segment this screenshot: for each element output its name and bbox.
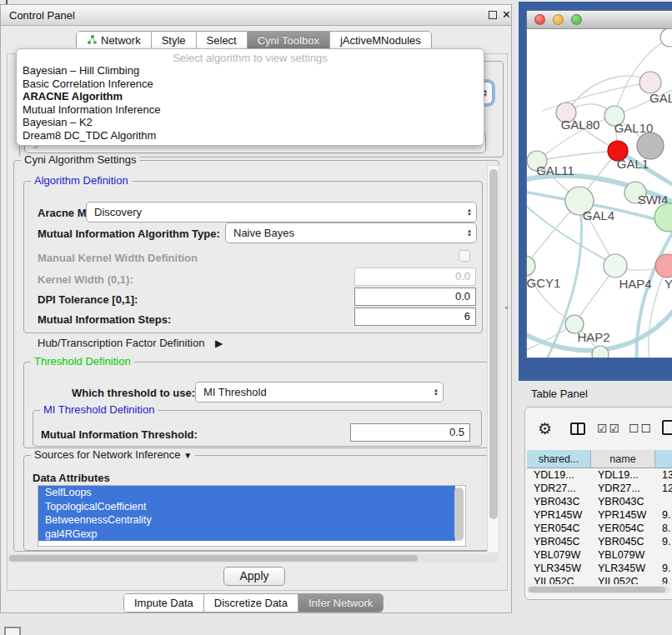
network-edge[interactable] — [566, 76, 650, 112]
manual-kernel-width-checkbox[interactable] — [459, 250, 470, 262]
node-gcy1[interactable] — [527, 256, 535, 276]
minimize-traffic-light[interactable] — [553, 14, 564, 25]
settings-vscrollbar-thumb[interactable] — [489, 169, 498, 519]
close-icon[interactable]: ✕ — [502, 8, 511, 21]
network-canvas[interactable]: GALGAL80GAL10GAL1GAL11SWI4GAL4GCY1HAP4YH… — [527, 29, 672, 358]
table-row[interactable]: YLR345WYLR345W9. — [527, 562, 672, 575]
settings-hscrollbar-thumb[interactable] — [9, 555, 418, 562]
panel-divider-grip[interactable]: ◄ — [504, 305, 509, 310]
table-cell: YLR345W — [591, 562, 655, 575]
tab-cyni-toolbox[interactable]: Cyni Toolbox — [247, 32, 329, 49]
table-body: YDL19...YDL19...13YDR27...YDR27...12YBR0… — [527, 468, 672, 584]
node-label: Y — [664, 277, 672, 291]
data-attribute-item[interactable]: SelfLoops — [38, 486, 455, 500]
tab-label: Discretize Data — [214, 597, 288, 609]
network-edge[interactable] — [537, 151, 618, 161]
table-row[interactable]: YDR27...YDR27...12 — [527, 482, 672, 495]
table-cell: YDL19... — [591, 468, 655, 482]
table-hscrollbar-track[interactable] — [527, 586, 670, 593]
kernel-width-field[interactable]: 0.0 — [354, 268, 476, 286]
data-attribute-item[interactable]: TopologicalCoefficient — [38, 500, 455, 514]
algorithm-option[interactable]: Basic Correlation Inference — [17, 78, 484, 91]
column-header-partial[interactable] — [655, 450, 672, 468]
column-header-name[interactable]: name — [591, 450, 655, 468]
table-cell: YDR27... — [527, 482, 591, 495]
table-row[interactable]: YPR145WYPR145W9. — [527, 508, 672, 522]
table-cell: YBL079W — [591, 548, 655, 562]
popup-placeholder: Select algorithm to view settings — [17, 49, 484, 64]
node-green-right[interactable] — [654, 203, 672, 232]
network-window-titlebar[interactable] — [527, 11, 672, 29]
settings-vscrollbar-track[interactable] — [487, 165, 499, 553]
mi-algorithm-type-label: Mutual Information Algorithm Type: — [38, 228, 220, 240]
tab-style[interactable]: Style — [151, 32, 196, 49]
table-cell: YIL052C — [591, 575, 655, 584]
network-edge[interactable] — [527, 266, 574, 324]
data-attributes-list[interactable]: SelfLoopsTopologicalCoefficientBetweenne… — [38, 485, 466, 547]
dpi-tolerance-field[interactable]: 0.0 — [354, 288, 476, 306]
table-row[interactable]: YIL052CYIL052C9. — [527, 575, 672, 584]
tab-network[interactable]: Network — [77, 32, 151, 49]
aracne-mode-combo[interactable]: Discovery ▲▼ — [86, 202, 477, 222]
deselect-all-icon[interactable]: ☐☐ — [629, 422, 653, 435]
tab-label: Impute Data — [134, 597, 193, 609]
table-row[interactable]: YBR045CYBR045C9. — [527, 535, 672, 548]
kernel-width-label: Kernel Width (0,1): — [38, 273, 133, 286]
table-cell: YER054C — [591, 522, 655, 535]
table-row[interactable]: YER054CYER054C8. — [527, 522, 672, 535]
node-label: GAL80 — [561, 118, 600, 132]
gear-icon[interactable]: ⚙ — [538, 419, 552, 438]
mi-steps-field[interactable]: 6 — [354, 308, 476, 326]
which-threshold-combo[interactable]: MI Threshold ▲▼ — [195, 382, 444, 402]
tab-infer-network[interactable]: Infer Network — [298, 594, 383, 612]
node-hap4[interactable] — [604, 254, 627, 278]
algorithm-option[interactable]: Mutual Information Inference — [17, 103, 484, 117]
tab-select[interactable]: Select — [196, 32, 247, 49]
column-header-shared...[interactable]: shared... — [527, 450, 591, 468]
table-cell: 9. — [655, 562, 672, 575]
mi-threshold-field[interactable]: 0.5 — [350, 423, 470, 442]
table-row[interactable]: YBL079WYBL079W — [527, 548, 672, 562]
algorithm-option[interactable]: ARACNE Algorithm — [17, 90, 484, 103]
hub-definition-toggle[interactable]: Hub/Transcription Factor Definition ▶ — [38, 337, 223, 349]
network-view-window[interactable]: GALGAL80GAL10GAL1GAL11SWI4GAL4GCY1HAP4YH… — [526, 10, 672, 358]
algorithm-option[interactable]: Bayesian – K2 — [17, 116, 484, 129]
table-cell: YPR145W — [527, 508, 591, 522]
tab-impute-data[interactable]: Impute Data — [124, 594, 203, 612]
algorithm-option[interactable]: Dream8 DC_TDC Algorithm — [17, 129, 484, 142]
floating-grip-box[interactable] — [4, 627, 21, 635]
split-columns-icon[interactable] — [570, 422, 585, 435]
tab-label: Style — [162, 34, 186, 47]
screen: Control Panel ✕ NetworkStyleSelectCyni T… — [0, 0, 672, 635]
table-hscrollbar-thumb[interactable] — [529, 587, 665, 592]
sources-group-title[interactable]: Sources for Network Inference ▼ — [31, 448, 195, 461]
algorithm-option[interactable]: Bayesian – Hill Climbing — [17, 64, 484, 78]
tab-label: Select — [207, 34, 237, 47]
tab-jactivemnodules[interactable]: jActiveMNodules — [329, 32, 431, 49]
settings-hscrollbar-track[interactable] — [8, 554, 499, 562]
mi-threshold-label: Mutual Information Threshold: — [41, 428, 198, 441]
data-attribute-item[interactable]: BetweennessCentrality — [38, 513, 455, 528]
table-row[interactable]: YDL19...YDL19...13 — [527, 468, 672, 482]
cyni-algorithm-settings-title: Cyni Algorithm Settings — [21, 153, 139, 166]
node-gray[interactable] — [637, 132, 664, 159]
close-traffic-light[interactable] — [534, 14, 545, 25]
float-window-icon[interactable] — [489, 11, 497, 19]
node-top-partial[interactable] — [660, 29, 672, 47]
table-cell: 13 — [655, 468, 672, 482]
table-row[interactable]: YBR043CYBR043C — [527, 495, 672, 508]
mi-algorithm-type-combo[interactable]: Naive Bayes ▲▼ — [225, 222, 477, 243]
table-cell: 9. — [655, 575, 672, 584]
manual-kernel-width-label: Manual Kernel Width Definition — [38, 252, 198, 264]
list-scrollbar[interactable] — [454, 488, 464, 541]
select-all-icon[interactable]: ☑☑ — [597, 422, 621, 435]
zoom-traffic-light[interactable] — [571, 14, 582, 25]
export-table-icon[interactable] — [662, 420, 672, 435]
node-bottom-partial[interactable] — [592, 346, 609, 358]
table-cell: YDR27... — [591, 482, 655, 495]
table-cell: YLR345W — [527, 562, 591, 575]
tab-discretize-data[interactable]: Discretize Data — [203, 594, 298, 612]
data-attribute-item[interactable]: gal4RGexp — [38, 528, 455, 542]
apply-button[interactable]: Apply — [223, 567, 285, 586]
table-cell: YIL052C — [527, 575, 591, 584]
